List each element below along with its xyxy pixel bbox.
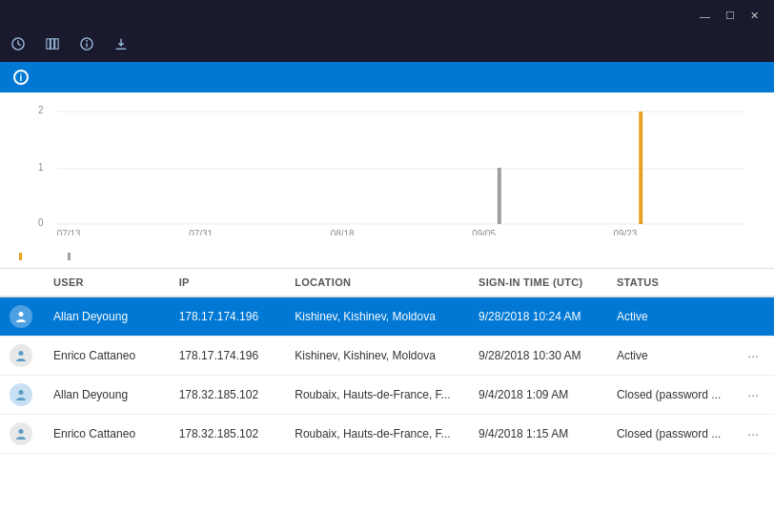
col-actions: [732, 269, 774, 297]
title-bar: — ☐ ✕: [0, 0, 774, 62]
location-cell: Roubaix, Hauts-de-France, F...: [283, 415, 467, 454]
download-button[interactable]: [114, 37, 132, 51]
row-more-button[interactable]: ···: [743, 426, 763, 441]
maximize-button[interactable]: ☐: [722, 8, 739, 24]
col-ip[interactable]: IP: [168, 269, 284, 297]
user-icon-cell: [0, 376, 42, 415]
col-status[interactable]: STATUS: [605, 269, 732, 297]
ip-cell: 178.32.185.102: [168, 415, 284, 454]
chart-svg: 2 1 0 07/13 07/31 08/18 09/05 09/23: [38, 102, 755, 235]
user-name-cell: Allan Deyoung: [42, 376, 168, 415]
svg-text:07/31: 07/31: [189, 229, 213, 235]
col-user[interactable]: USER: [42, 269, 168, 297]
columns-button[interactable]: [46, 37, 63, 51]
clock-icon: [11, 37, 25, 51]
svg-point-26: [19, 429, 24, 434]
details-button[interactable]: [80, 37, 97, 51]
svg-rect-4: [51, 39, 54, 50]
stats-row: [0, 245, 774, 269]
user-avatar: [10, 383, 32, 406]
svg-text:07/13: 07/13: [57, 229, 81, 235]
location-cell: Kishinev, Kishinev, Moldova: [283, 297, 467, 337]
svg-rect-22: [639, 112, 642, 224]
user-avatar: [10, 305, 32, 328]
table-row[interactable]: Allan Deyoung 178.32.185.102 Roubaix, Ha…: [0, 376, 774, 415]
time-cell: 9/4/2018 1:15 AM: [467, 415, 605, 454]
svg-line-2: [18, 44, 21, 46]
time-range-button[interactable]: [11, 37, 29, 51]
user-name-cell: Enrico Cattaneo: [42, 337, 168, 376]
svg-text:2: 2: [38, 105, 44, 115]
ip-cell: 178.17.174.196: [168, 297, 284, 337]
download-icon: [114, 37, 128, 51]
status-cell: Active: [605, 297, 732, 337]
col-location[interactable]: LOCATION: [283, 269, 467, 297]
user-name-cell: Enrico Cattaneo: [42, 415, 168, 454]
status-cell: Closed (password ...: [605, 415, 732, 454]
person-icon: [14, 310, 28, 323]
status-cell: Closed (password ...: [605, 376, 732, 415]
time-cell: 9/28/2018 10:24 AM: [467, 297, 605, 337]
person-icon: [14, 388, 28, 401]
svg-text:09/23: 09/23: [614, 229, 638, 235]
table-container: USER IP LOCATION SIGN-IN TIME (UTC) STAT…: [0, 269, 774, 532]
info-banner-icon: i: [13, 70, 29, 85]
minimize-button[interactable]: —: [696, 9, 714, 24]
table-row[interactable]: Enrico Cattaneo 178.17.174.196 Kishinev,…: [0, 337, 774, 376]
user-avatar: [10, 344, 32, 367]
info-banner[interactable]: i: [0, 62, 774, 92]
row-more-button[interactable]: ···: [743, 348, 763, 363]
svg-text:1: 1: [38, 162, 44, 173]
svg-rect-5: [55, 39, 59, 50]
status-cell: Active: [605, 337, 732, 376]
svg-point-23: [19, 312, 24, 317]
active-stat: [19, 253, 52, 260]
table-header-row: USER IP LOCATION SIGN-IN TIME (UTC) STAT…: [0, 269, 774, 297]
col-time[interactable]: SIGN-IN TIME (UTC): [467, 269, 605, 297]
svg-text:0: 0: [38, 217, 44, 228]
user-icon-cell: [0, 297, 42, 337]
user-name-cell: Allan Deyoung: [42, 297, 168, 337]
user-icon-cell: [0, 415, 42, 454]
actions-cell: ···: [732, 337, 774, 376]
time-cell: 9/28/2018 10:30 AM: [467, 337, 605, 376]
person-icon: [14, 349, 28, 362]
user-avatar: [10, 422, 32, 445]
user-icon-cell: [0, 337, 42, 376]
col-user-icon: [0, 269, 42, 297]
svg-point-24: [19, 351, 24, 356]
toolbar: [11, 33, 763, 58]
ip-cell: 178.17.174.196: [168, 337, 284, 376]
time-cell: 9/4/2018 1:09 AM: [467, 376, 605, 415]
actions-cell: [732, 297, 774, 337]
window-controls: — ☐ ✕: [696, 8, 763, 24]
info-icon: [80, 37, 93, 51]
location-cell: Roubaix, Hauts-de-France, F...: [283, 376, 467, 415]
actions-cell: ···: [732, 376, 774, 415]
chart-area: 2 1 0 07/13 07/31 08/18 09/05 09/23: [0, 92, 774, 245]
table-row[interactable]: Allan Deyoung 178.17.174.196 Kishinev, K…: [0, 297, 774, 337]
ip-cell: 178.32.185.102: [168, 376, 284, 415]
table-row[interactable]: Enrico Cattaneo 178.32.185.102 Roubaix, …: [0, 415, 774, 454]
svg-rect-21: [498, 168, 501, 224]
svg-text:09/05: 09/05: [472, 229, 496, 235]
svg-rect-3: [47, 39, 51, 50]
close-button[interactable]: ✕: [746, 8, 763, 24]
actions-cell: ···: [732, 415, 774, 454]
data-table: USER IP LOCATION SIGN-IN TIME (UTC) STAT…: [0, 269, 774, 454]
closed-stat: [68, 253, 101, 260]
person-icon: [14, 427, 28, 440]
svg-text:08/18: 08/18: [331, 229, 355, 235]
row-more-button[interactable]: ···: [743, 387, 763, 402]
columns-icon: [46, 37, 59, 51]
svg-point-25: [19, 390, 24, 395]
main-window: — ☐ ✕: [0, 0, 774, 532]
svg-point-8: [86, 40, 88, 42]
location-cell: Kishinev, Kishinev, Moldova: [283, 337, 467, 376]
